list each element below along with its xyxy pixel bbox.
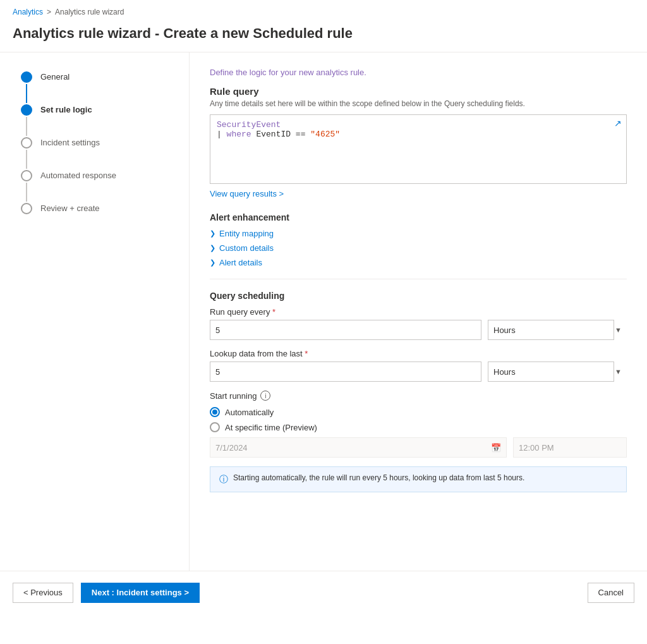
radio-specific-time[interactable]: At specific time (Preview) <box>210 422 627 432</box>
query-value: "4625" <box>310 130 340 139</box>
calendar-icon: 📅 <box>491 443 501 453</box>
divider-1 <box>210 279 627 279</box>
alert-enhancement-title: Alert enhancement <box>210 212 627 222</box>
date-value: 7/1/2024 <box>215 443 248 453</box>
view-query-link[interactable]: View query results > <box>210 189 284 198</box>
accordion-entity-mapping-label: Entity mapping <box>219 229 274 238</box>
wizard-step-general: General <box>19 71 176 104</box>
step-circle-review-create <box>21 203 32 214</box>
rule-query-title: Rule query <box>210 86 627 97</box>
date-input: 7/1/2024 📅 <box>210 437 507 458</box>
info-icon: i <box>260 391 270 401</box>
wizard-step-incident-settings: Incident settings <box>19 137 176 170</box>
step-label-set-rule-logic[interactable]: Set rule logic <box>34 104 92 114</box>
rule-query-subtitle: Any time details set here will be within… <box>210 99 627 108</box>
wizard-step-review-create: Review + create <box>19 203 176 214</box>
sidebar: General Set rule logic Incident settings <box>0 52 190 571</box>
radio-btn-specific-time[interactable] <box>210 422 220 432</box>
wizard-step-automated-response: Automated response <box>19 170 176 203</box>
main-layout: General Set rule logic Incident settings <box>0 52 647 571</box>
info-banner: ⓘ Starting automatically, the rule will … <box>210 466 627 492</box>
query-field: EventID <box>256 130 291 139</box>
radio-automatically[interactable]: Automatically <box>210 407 627 417</box>
previous-button[interactable]: < Previous <box>13 583 73 603</box>
accordion-alert-details[interactable]: ❯ Alert details <box>210 258 627 267</box>
query-eq: == <box>296 130 306 139</box>
time-value: 12:00 PM <box>519 443 554 453</box>
run-query-unit-select[interactable]: Hours Minutes Days <box>488 320 614 340</box>
section-description: Define the logic for your new analytics … <box>210 68 627 77</box>
expand-icon[interactable]: ↗ <box>614 118 622 128</box>
step-circle-set-rule-logic <box>21 104 32 116</box>
chevron-right-icon-1: ❯ <box>210 229 215 238</box>
step-line-4 <box>26 183 27 202</box>
lookup-unit-select[interactable]: Hours Minutes Days <box>488 361 614 382</box>
query-pipe: | <box>217 130 227 139</box>
query-keyword: SecurityEvent <box>217 120 281 130</box>
radio-automatically-label: Automatically <box>225 408 274 417</box>
query-scheduling-title: Query scheduling <box>210 291 627 301</box>
page-title: Analytics rule wizard - Create a new Sch… <box>0 20 647 52</box>
wizard-step-set-rule-logic: Set rule logic <box>19 104 176 137</box>
run-query-row: Hours Minutes Days ▼ <box>210 320 627 340</box>
lookup-row: Hours Minutes Days ▼ <box>210 361 627 382</box>
info-banner-text: Starting automatically, the rule will ru… <box>233 473 524 482</box>
accordion-entity-mapping[interactable]: ❯ Entity mapping <box>210 229 627 238</box>
breadcrumb: Analytics > Analytics rule wizard <box>0 0 647 20</box>
chevron-right-icon-3: ❯ <box>210 258 215 267</box>
chevron-down-icon-1: ▼ <box>615 326 622 334</box>
step-label-review-create[interactable]: Review + create <box>34 203 100 213</box>
run-query-label: Run query every * <box>210 307 627 317</box>
breadcrumb-analytics[interactable]: Analytics <box>13 8 43 16</box>
accordion-alert-details-label: Alert details <box>219 258 262 267</box>
step-line-3 <box>26 150 27 169</box>
radio-btn-automatically[interactable] <box>210 407 220 417</box>
query-where: where <box>227 130 251 139</box>
accordion-custom-details[interactable]: ❯ Custom details <box>210 243 627 253</box>
chevron-down-icon-2: ▼ <box>615 368 622 375</box>
step-line-1 <box>26 84 27 103</box>
step-circle-incident-settings <box>21 137 32 149</box>
next-button[interactable]: Next : Incident settings > <box>81 583 200 603</box>
lookup-input[interactable] <box>210 361 481 382</box>
footer: < Previous Next : Incident settings > Ca… <box>0 571 647 614</box>
lookup-required-star: * <box>305 349 308 358</box>
query-box-wrapper: SecurityEvent | where EventID == "4625" … <box>210 114 627 184</box>
radio-specific-time-label: At specific time (Preview) <box>225 423 317 432</box>
step-label-automated-response[interactable]: Automated response <box>34 170 116 180</box>
lookup-label: Lookup data from the last * <box>210 349 627 358</box>
run-query-unit-wrapper: Hours Minutes Days ▼ <box>488 320 627 340</box>
step-circle-general <box>21 71 32 83</box>
content-area: Define the logic for your new analytics … <box>190 52 647 571</box>
info-banner-icon: ⓘ <box>219 474 228 485</box>
run-query-required-star: * <box>272 307 275 317</box>
cancel-button[interactable]: Cancel <box>588 583 634 603</box>
datetime-row: 7/1/2024 📅 12:00 PM <box>210 437 627 458</box>
step-line-2 <box>26 117 27 136</box>
chevron-right-icon-2: ❯ <box>210 244 215 252</box>
breadcrumb-wizard: Analytics rule wizard <box>55 8 124 16</box>
accordion-custom-details-label: Custom details <box>219 243 274 253</box>
breadcrumb-sep: > <box>47 8 51 16</box>
run-query-input[interactable] <box>210 320 481 340</box>
query-editor[interactable]: SecurityEvent | where EventID == "4625" <box>210 114 627 184</box>
start-running-label: Start running i <box>210 391 627 401</box>
step-circle-automated-response <box>21 170 32 181</box>
step-label-general[interactable]: General <box>34 71 70 82</box>
step-label-incident-settings[interactable]: Incident settings <box>34 137 100 147</box>
time-input: 12:00 PM <box>513 437 627 458</box>
lookup-unit-wrapper: Hours Minutes Days ▼ <box>488 361 627 382</box>
